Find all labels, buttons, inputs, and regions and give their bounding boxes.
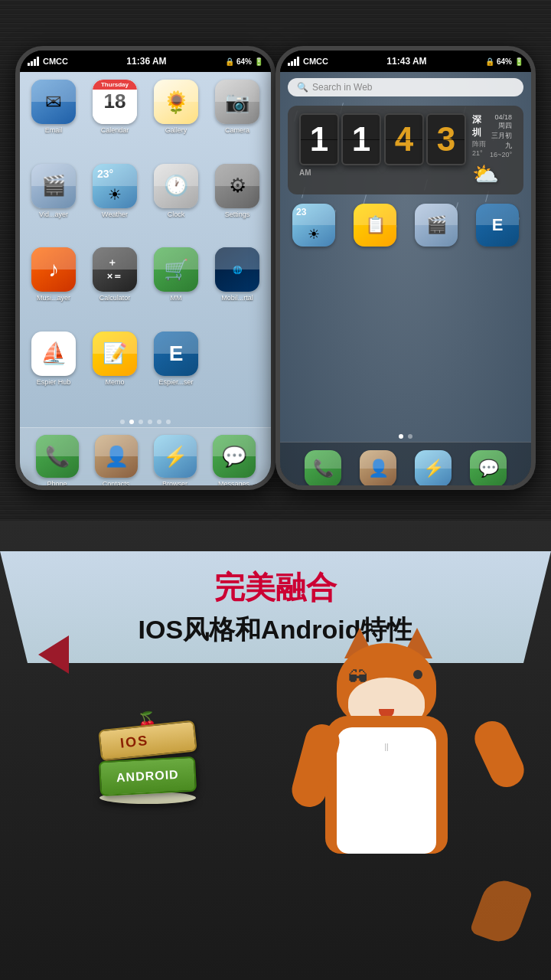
clock-widget: 1 1 4 3 AM 深圳 — [288, 106, 523, 194]
contacts-icon: 👤 — [95, 435, 138, 478]
page-dot-2 — [129, 420, 134, 424]
mini-tasks-app[interactable]: 📋 — [347, 204, 403, 425]
android-dock-browser[interactable]: ⚡ — [415, 450, 452, 487]
calc-icon: ＋×＝ — [93, 247, 137, 292]
promo-title-chinese: 完美融合 — [214, 567, 337, 609]
battery-android: 64% — [497, 57, 512, 66]
weather-date1: 04/18 周四 — [490, 113, 512, 131]
page-dot-1 — [120, 420, 125, 424]
search-icon: 🔍 — [297, 82, 308, 93]
carrier-android: CMCC — [303, 57, 328, 66]
fox-glasses-icon: 🕶 — [348, 666, 368, 690]
fox-shirt: || — [337, 727, 436, 854]
weather-condition: 阵雨 21° — [472, 139, 490, 157]
app-music[interactable]: ♪ Musi...ayer — [26, 247, 81, 325]
memo-icon: 📝 — [93, 332, 137, 376]
promo-arrow-icon — [38, 635, 69, 674]
browser-icon: ⚡ — [154, 435, 197, 478]
music-label: Musi...ayer — [37, 294, 70, 302]
gallery-label: Gallery — [165, 126, 187, 134]
app-grid: ✉ Email Thursday 18 Calendar � — [20, 72, 271, 416]
status-right-ios: 🔒 64% 🔋 — [225, 57, 263, 66]
signal-icon — [28, 57, 39, 66]
flip-clock: 1 1 4 3 — [299, 113, 466, 165]
music-icon: ♪ — [31, 247, 76, 292]
dock-phone[interactable]: 📞 Phone — [36, 435, 79, 488]
app-camera[interactable]: 📷 Camera — [210, 80, 265, 158]
weather-sun-cloud-icon: ⛅ — [472, 162, 512, 187]
espierhub-label: Espier Hub — [37, 378, 71, 386]
android-dot-1 — [399, 434, 403, 439]
app-calendar[interactable]: Thursday 18 Calendar — [87, 80, 142, 158]
app-memo[interactable]: 📝 Memo — [87, 332, 142, 410]
app-clock[interactable]: 🕐 Clock — [148, 164, 204, 242]
hours-group: 1 1 — [299, 113, 381, 165]
phones-background: CMCC 11:36 AM 🔒 64% 🔋 ✉ Email — [0, 0, 551, 521]
espieruser-icon: E — [154, 332, 198, 376]
hour-tens: 1 — [299, 113, 339, 165]
fox-right-arm — [469, 716, 530, 793]
android-cake-layer: ANDROID — [99, 756, 197, 797]
app-mobil[interactable]: 🌐 Mobil...rtal — [210, 247, 265, 325]
dock-messages[interactable]: 💬 Messages — [213, 435, 256, 488]
mm-label: MM — [171, 294, 182, 302]
signal-icon-2 — [288, 57, 299, 66]
app-video[interactable]: 🎬 Vid...ayer — [26, 164, 81, 242]
fox-shirt-detail: || — [384, 743, 388, 751]
mini-weather-icon: 23 ☀ — [292, 204, 335, 247]
dock-browser[interactable]: ⚡ Browser — [154, 435, 197, 488]
mini-weather-app[interactable]: 23 ☀ — [286, 204, 341, 425]
cal-header: Thursday — [93, 80, 137, 90]
app-email[interactable]: ✉ Email — [26, 80, 81, 158]
promo-section: 完美融合 IOS风格和Android特性 🍒 IOS ANDROID 🕶 — [0, 521, 551, 980]
clock-icon: 🕐 — [154, 164, 198, 208]
cal-date: 18 — [104, 91, 126, 111]
messages-label: Messages — [218, 480, 249, 488]
camera-label: Camera — [225, 126, 249, 134]
min-tens: 4 — [384, 113, 424, 165]
weather-date2: 三月初九 — [490, 131, 512, 151]
battery-icon: 🔋 — [254, 57, 263, 66]
app-gallery[interactable]: 🌻 Gallery — [148, 80, 204, 158]
android-dock: 📞 👤 ⚡ 💬 — [280, 442, 531, 490]
mini-video-icon: 🎬 — [415, 204, 458, 247]
phones-container: CMCC 11:36 AM 🔒 64% 🔋 ✉ Email — [0, 0, 551, 505]
mini-espier-app[interactable]: E — [470, 204, 525, 425]
android-dock-contacts[interactable]: 👤 — [360, 450, 396, 487]
android-app-grid: 23 ☀ 📋 🎬 — [280, 198, 531, 431]
camera-icon: 📷 — [215, 80, 259, 124]
clock-label: Clock — [168, 211, 185, 218]
page-dot-4 — [148, 420, 152, 424]
ios-screen: ✉ Email Thursday 18 Calendar � — [20, 72, 271, 490]
mobil-icon: 🌐 — [215, 247, 259, 292]
espieruser-label: Espier...ser — [158, 378, 193, 386]
am-pm: AM — [299, 168, 311, 177]
settings-label: Settings — [225, 211, 250, 218]
android-dock-messages[interactable]: 💬 — [470, 450, 507, 487]
app-weather[interactable]: 23° ☀ Weather — [87, 164, 142, 242]
fox-body-container: 🕶 || — [283, 612, 528, 965]
app-calculator[interactable]: ＋×＝ Calculator — [87, 247, 142, 325]
fox-right-eye — [413, 670, 422, 679]
app-mm[interactable]: 🛒 MM — [148, 247, 204, 325]
contacts-label: Contacts — [103, 480, 130, 488]
app-espieruser[interactable]: E Espier...ser — [148, 332, 204, 410]
app-settings[interactable]: ⚙ Settings — [210, 164, 265, 242]
android-browser-icon: ⚡ — [415, 450, 452, 487]
weather-icon: 23° ☀ — [93, 164, 137, 208]
dock-contacts[interactable]: 👤 Contacts — [95, 435, 138, 488]
weather-top: 深圳 阵雨 21° 04/18 周四 三月初九 16~20° — [472, 113, 512, 158]
search-bar[interactable]: 🔍 Search in Web — [288, 78, 523, 96]
espierhub-icon: ⛵ — [31, 332, 76, 376]
fox-head: 🕶 — [337, 643, 436, 727]
messages-icon: 💬 — [213, 435, 256, 478]
page-dot-3 — [139, 420, 143, 424]
calc-label: Calculator — [99, 294, 131, 302]
fox-tail — [469, 874, 533, 948]
battery-ios: 64% — [236, 57, 252, 66]
mm-icon: 🛒 — [154, 247, 198, 292]
mini-video-app[interactable]: 🎬 — [409, 204, 464, 425]
android-dot-2 — [408, 434, 412, 439]
app-espierhub[interactable]: ⛵ Espier Hub — [26, 332, 81, 410]
android-dock-phone[interactable]: 📞 — [305, 450, 341, 487]
